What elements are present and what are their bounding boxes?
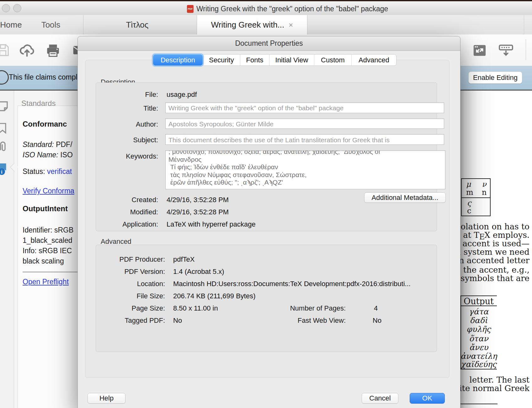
modified-label: Modified: bbox=[130, 208, 158, 216]
save-icon[interactable] bbox=[0, 43, 10, 57]
status-label: Status: bbox=[23, 167, 47, 175]
table-rule bbox=[462, 197, 490, 198]
pdf-file-icon: PDF bbox=[187, 5, 194, 13]
pdf-text-line: solation on has to bbox=[456, 222, 529, 231]
minimize-window-button[interactable] bbox=[13, 4, 21, 12]
tex-post: X employs. bbox=[484, 230, 529, 240]
page-size-label: Page Size: bbox=[132, 304, 165, 312]
file-label: File: bbox=[145, 91, 158, 99]
cancel-button[interactable]: Cancel bbox=[362, 393, 398, 404]
pdf-page: μ ν m n ς c solation on has to at TEX em… bbox=[460, 91, 532, 408]
description-group: File: usage.pdf Title: Writing Greek wit… bbox=[96, 82, 437, 231]
number-of-pages-label: Number of Pages: bbox=[290, 304, 346, 312]
pdf-text-line: the accent, e.g., bbox=[463, 265, 529, 275]
output-word: φυλῆς bbox=[460, 325, 497, 334]
output-table-rule bbox=[460, 306, 497, 306]
open-preflight-link[interactable]: Open Preflight bbox=[23, 278, 69, 286]
tab-initial-view[interactable]: Initial View bbox=[269, 55, 314, 65]
page-size-value: 8.50 x 11.00 in bbox=[173, 304, 218, 312]
print-icon[interactable] bbox=[45, 43, 61, 58]
navigation-rail: i bbox=[0, 91, 14, 408]
upload-cloud-icon[interactable] bbox=[18, 41, 36, 59]
bookmarks-icon[interactable] bbox=[0, 122, 9, 134]
standard-label: Standard: bbox=[23, 140, 54, 149]
active-tab-label: Writing Greek with... bbox=[211, 20, 285, 30]
conformance-heading: Conformanc bbox=[23, 120, 67, 128]
standard-line: Standard: PDF/ bbox=[23, 140, 72, 149]
author-label: Author: bbox=[136, 120, 158, 128]
fast-web-view-value: No bbox=[373, 316, 381, 325]
tab-fonts[interactable]: Fonts bbox=[240, 55, 269, 65]
title-field[interactable]: Writing Greek with the "greek" option of… bbox=[165, 102, 444, 113]
table-cell: n bbox=[482, 188, 487, 197]
close-icon[interactable]: × bbox=[289, 21, 293, 29]
enable-editing-button[interactable]: Enable Editing bbox=[468, 71, 522, 84]
tab-document-titlos[interactable]: Τὶτλος bbox=[104, 15, 171, 34]
footnote-rule bbox=[460, 404, 497, 404]
number-of-pages-value: 4 bbox=[374, 304, 378, 312]
iso-line: ISO Name: ISO bbox=[23, 151, 73, 159]
tab-tools[interactable]: Tools bbox=[35, 15, 66, 34]
window-title: Writing Greek with the "greek" option of… bbox=[196, 5, 388, 13]
table-cell: ν bbox=[482, 180, 487, 189]
output-word: χαϊδεύης bbox=[460, 360, 497, 369]
table-cell: c bbox=[467, 207, 471, 215]
title-label: Title: bbox=[143, 104, 158, 112]
output-word: γάτα bbox=[460, 307, 497, 316]
identifier-line: Info: sRGB IEC bbox=[23, 247, 72, 255]
pdf-character-table: μ ν m n ς c bbox=[461, 178, 491, 216]
pdf-version-value: 1.4 (Acrobat 5.x) bbox=[173, 268, 224, 276]
ok-button[interactable]: OK bbox=[410, 393, 445, 404]
annotations-icon[interactable] bbox=[0, 100, 9, 113]
tab-security[interactable]: Security bbox=[203, 55, 240, 65]
standards-icon[interactable]: i bbox=[0, 162, 9, 175]
attachments-icon[interactable] bbox=[0, 140, 9, 154]
pdf-text-line: letter. The last bbox=[470, 375, 529, 384]
table-cell: ς bbox=[467, 199, 471, 207]
close-window-button[interactable] bbox=[2, 4, 10, 12]
tagged-pdf-value: No bbox=[173, 316, 182, 325]
advanced-group: PDF Producer: pdfTeX PDF Version: 1.4 (A… bbox=[96, 245, 437, 352]
dialog-tab-strip: Description Security Fonts Initial View … bbox=[153, 54, 396, 66]
tex-pre: at T bbox=[463, 230, 479, 240]
dialog-titlebar[interactable]: Document Properties bbox=[78, 36, 460, 51]
tabbar-divider bbox=[83, 15, 83, 34]
pdf-text-line: n accented letter bbox=[459, 256, 529, 265]
subject-field[interactable]: This document describes the use of the L… bbox=[165, 134, 444, 145]
output-table-rule bbox=[460, 296, 497, 296]
notification-message: This file claims compli bbox=[9, 73, 79, 81]
document-properties-dialog: Document Properties Description Security… bbox=[77, 36, 460, 408]
fit-window-icon[interactable] bbox=[472, 43, 487, 58]
subject-label: Subject: bbox=[133, 136, 158, 144]
keywords-field[interactable]: ; μονοτονιχο; πολυτονιχο; οξεια; αερας; … bbox=[165, 150, 445, 189]
keywords-text: ; μονοτονιχο; πολυτονιχο; οξεια; αερας; … bbox=[168, 150, 445, 186]
created-value: 4/29/16, 3:52:28 PM bbox=[167, 196, 229, 204]
outputintents-heading: OutputIntent bbox=[23, 204, 68, 213]
tab-home[interactable]: Home bbox=[0, 15, 28, 34]
keywords-label: Keywords: bbox=[126, 152, 158, 160]
tab-advanced[interactable]: Advanced bbox=[351, 55, 396, 65]
tab-document-active[interactable]: Writing Greek with... × bbox=[197, 15, 307, 35]
verify-conformance-link[interactable]: Verify Conforma bbox=[23, 187, 74, 195]
subject-line2: defined by the LGR font encoding and the… bbox=[168, 144, 366, 145]
fast-web-view-label: Fast Web View: bbox=[298, 316, 346, 325]
output-table-header: Output bbox=[460, 296, 497, 306]
standards-panel: Standards Conformanc Standard: PDF/ ISO … bbox=[14, 91, 77, 408]
hide-toolbar-icon[interactable] bbox=[498, 43, 514, 58]
output-word: ἀνατείλη bbox=[460, 352, 497, 361]
file-value: usage.pdf bbox=[167, 91, 197, 99]
tab-custom[interactable]: Custom bbox=[314, 55, 351, 65]
identifier-line: black scaling bbox=[23, 257, 64, 265]
file-size-label: File Size: bbox=[137, 292, 165, 300]
output-word: δαδὶ bbox=[460, 316, 497, 325]
tabbar-divider-right bbox=[524, 15, 524, 34]
output-word: ὅταν bbox=[460, 334, 497, 343]
additional-metadata-button[interactable]: Additional Metadata... bbox=[364, 192, 446, 203]
author-field[interactable]: Apostolos Syropoulos; Günter Milde bbox=[165, 118, 444, 129]
toolbar-divider bbox=[526, 39, 526, 60]
modified-value: 4/29/16, 3:52:28 PM bbox=[167, 208, 229, 216]
pdf-text-line: symbols that are bbox=[460, 274, 529, 283]
table-cell: μ bbox=[466, 180, 471, 189]
tab-description[interactable]: Description bbox=[153, 55, 203, 65]
help-button[interactable]: Help bbox=[88, 393, 125, 404]
